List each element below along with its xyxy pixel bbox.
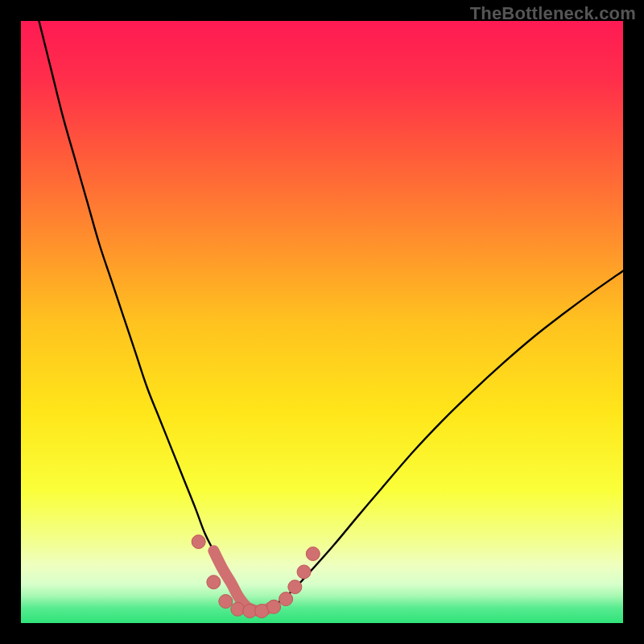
data-dot (267, 600, 281, 613)
watermark-label: TheBottleneck.com (470, 3, 636, 24)
plot-area (21, 21, 623, 623)
frame: TheBottleneck.com (0, 0, 644, 644)
data-dot (192, 535, 205, 549)
data-dot (219, 595, 233, 609)
data-dot (243, 605, 257, 618)
data-dot (297, 565, 311, 579)
data-dot (279, 592, 293, 606)
data-dot (255, 605, 269, 618)
data-dot (207, 576, 221, 589)
chart-svg (21, 21, 623, 623)
data-dot (306, 547, 320, 560)
bottleneck-curve (39, 21, 623, 611)
data-dot (288, 580, 302, 594)
data-dot (231, 602, 245, 616)
